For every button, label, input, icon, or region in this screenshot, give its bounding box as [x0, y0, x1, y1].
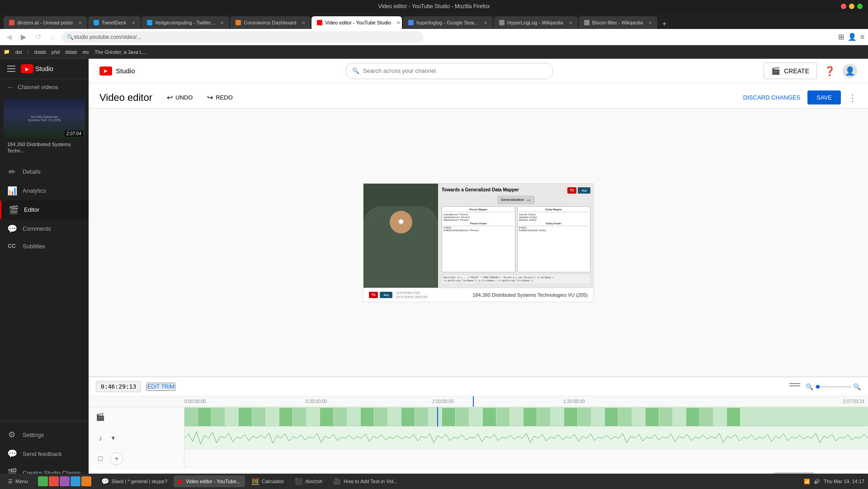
- taskbar-quick-icons: [38, 476, 91, 486]
- sidebar-item-details[interactable]: ✏ Details: [0, 162, 89, 181]
- browser-tab[interactable]: TweetDeck ✕: [88, 16, 141, 29]
- taskbar-icon-5[interactable]: [81, 476, 91, 486]
- terminal-label: /bin/zsh: [305, 479, 322, 484]
- zoom-out-icon[interactable]: 🔍: [806, 383, 813, 390]
- taskbar-icon-2[interactable]: [49, 476, 59, 486]
- dsg-badge: dsg: [578, 187, 590, 194]
- browser-tab[interactable]: Coronavirus Dashboard ✕: [230, 16, 311, 29]
- browser-tab-active[interactable]: Video editor - YouTube Studio ✕: [311, 16, 402, 29]
- edit-trim-button[interactable]: EDIT TRIM: [146, 383, 175, 391]
- frame: [700, 408, 713, 426]
- tab-close-icon[interactable]: ✕: [569, 20, 572, 25]
- timeline-header: 0:46:29:13 EDIT TRIM 🔍 🔍: [89, 377, 868, 396]
- audio-expand-icon[interactable]: ▼: [110, 435, 116, 442]
- taskbar-icon-4[interactable]: [71, 476, 80, 486]
- tab-close-icon[interactable]: ✕: [396, 20, 400, 25]
- taskbar-slack[interactable]: 💬 Slack | * general | skype?: [97, 475, 172, 487]
- bookmark-item[interactable]: dslab: [34, 49, 46, 55]
- taskbar-how-to[interactable]: 🎥 How to Add Text in Vid...: [329, 475, 402, 487]
- search-input[interactable]: [363, 67, 547, 74]
- video-thumbnail[interactable]: 184.260 DistributedSystems Tech VU (205)…: [4, 99, 85, 138]
- taskbar-icon-3[interactable]: [60, 476, 70, 486]
- tab-label: hyperloglog - Google Sear...: [416, 20, 478, 25]
- settings-lines-icon[interactable]: [789, 383, 800, 390]
- browser-tab[interactable]: divzero.at - Unread posts ✕: [4, 16, 87, 29]
- bookmark-item[interactable]: The Grinder, a Java L...: [94, 49, 146, 55]
- bookmark-item[interactable]: dslab: [65, 49, 77, 55]
- browser-tab[interactable]: HyperLogLog - Wikipedia ✕: [494, 16, 578, 29]
- yt-studio-taskbar-label: Video editor - YouTube...: [186, 479, 240, 484]
- sidebar-item-editor[interactable]: 🎬 Editor: [0, 200, 89, 219]
- taskbar-youtube-studio[interactable]: ▶ Video editor - YouTube...: [174, 475, 245, 487]
- frame: [225, 408, 238, 426]
- taskbar-calculator[interactable]: 🧮 Calculator: [247, 475, 289, 487]
- frame: [212, 408, 225, 426]
- avatar[interactable]: 👤: [843, 64, 857, 78]
- create-label: CREATE: [784, 67, 809, 75]
- forward-button[interactable]: ▶: [18, 32, 29, 43]
- sidebar-item-comments[interactable]: 💬 Comments: [0, 219, 89, 238]
- url-bar[interactable]: 🔍 studio.youtube.com/video/...: [61, 31, 423, 43]
- browser-tab[interactable]: #edgecomputing - Twitter... ✕: [142, 16, 229, 29]
- save-button[interactable]: SAVE: [807, 90, 841, 104]
- profile-icon[interactable]: 👤: [848, 33, 857, 41]
- tab-close-icon[interactable]: ✕: [484, 20, 487, 25]
- taskbar-icon-files[interactable]: [38, 476, 48, 486]
- reload-button[interactable]: ↺: [33, 32, 43, 43]
- ruler-mark-total: 2:07:03:24: [843, 399, 864, 404]
- back-button[interactable]: ◀: [4, 32, 14, 43]
- editor-actions: DISCARD CHANGES SAVE ⋮: [743, 90, 857, 104]
- close-button[interactable]: [841, 4, 846, 9]
- tab-close-icon[interactable]: ✕: [220, 20, 224, 25]
- home-button[interactable]: ⌂: [47, 32, 58, 43]
- sidebar-item-subtitles[interactable]: CC Subtitles: [0, 238, 89, 254]
- frame: [266, 408, 279, 426]
- bookmark-item[interactable]: etc: [83, 49, 90, 55]
- sidebar-item-settings[interactable]: ⚙ Settings: [0, 425, 89, 444]
- tab-close-icon[interactable]: ✕: [302, 20, 305, 25]
- search-bar[interactable]: 🔍: [345, 63, 553, 79]
- more-options-button[interactable]: ⋮: [848, 92, 857, 103]
- browser-tab[interactable]: hyperloglog - Google Sear... ✕: [403, 16, 493, 29]
- video-thumbnail-section: 184.260 DistributedSystems Tech VU (205)…: [0, 95, 89, 159]
- browser-tab[interactable]: Bloom filter - Wikipedia ✕: [579, 16, 657, 29]
- help-icon[interactable]: ❓: [824, 66, 835, 76]
- create-button[interactable]: 🎬 CREATE: [764, 62, 817, 79]
- taskbar-terminal[interactable]: ⬛ /bin/zsh: [290, 475, 327, 487]
- discard-changes-button[interactable]: DISCARD CHANGES: [743, 94, 800, 101]
- undo-icon: ↩: [167, 93, 173, 102]
- menu-icon[interactable]: ≡: [860, 33, 864, 41]
- time-display: 0:46:29:13: [96, 381, 141, 392]
- add-overlay-button[interactable]: +: [110, 452, 123, 465]
- hamburger-menu[interactable]: [7, 66, 15, 72]
- new-tab-button[interactable]: +: [662, 19, 667, 29]
- minimize-button[interactable]: [849, 4, 854, 9]
- tab-label: HyperLogLog - Wikipedia: [507, 20, 563, 25]
- sidebar-item-feedback[interactable]: 💬 Send feedback: [0, 444, 89, 463]
- tab-close-icon[interactable]: ✕: [78, 20, 82, 25]
- undo-button[interactable]: ↩ UNDO: [163, 90, 196, 104]
- taskbar-menu[interactable]: ☰ Menu: [4, 475, 33, 487]
- overlay-track: □ +: [89, 450, 868, 468]
- bookmark-item[interactable]: dst: [15, 49, 22, 55]
- tab-close-icon[interactable]: ✕: [648, 20, 652, 25]
- slide-title: Towards a Generalized Data Mapper: [442, 187, 519, 192]
- tab-favicon: [9, 20, 14, 25]
- frame: [184, 408, 198, 426]
- frame: [524, 408, 537, 426]
- frame: [293, 408, 306, 426]
- zoom-slider[interactable]: [815, 386, 851, 388]
- sidebar-item-analytics[interactable]: 📊 Analytics: [0, 181, 89, 200]
- overlay-icon: □: [94, 452, 107, 465]
- app-header: ▶ Studio 🔍 🎬 CREATE ❓ 👤: [89, 59, 868, 83]
- channel-videos-button[interactable]: ← Channel videos: [0, 79, 89, 95]
- bookmark-item[interactable]: 📁: [4, 49, 10, 55]
- maximize-button[interactable]: [857, 4, 863, 9]
- taskbar-volume-icon: 🔊: [814, 479, 820, 484]
- zoom-in-icon[interactable]: 🔍: [853, 383, 861, 390]
- tab-favicon: [236, 20, 241, 25]
- bookmark-item[interactable]: phd: [52, 49, 60, 55]
- url-text: studio.youtube.com/video/...: [74, 34, 141, 40]
- tab-close-icon[interactable]: ✕: [132, 20, 135, 25]
- redo-button[interactable]: ↪ REDO: [203, 90, 236, 104]
